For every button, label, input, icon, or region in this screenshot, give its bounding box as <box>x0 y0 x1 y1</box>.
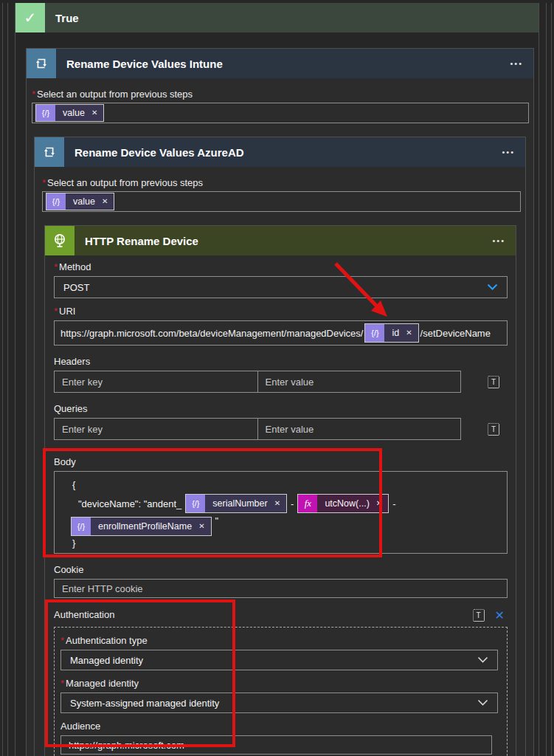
body-line-close: } <box>72 537 498 549</box>
azuread-output-input[interactable]: {/} value ✕ <box>42 191 521 212</box>
apply-to-each-intune-card: Rename Device Values Intune ••• *Select … <box>26 48 534 756</box>
queries-label: Queries <box>54 403 514 415</box>
http-rename-device-card: HTTP Rename Device ••• *Method POST <box>44 225 516 756</box>
managed-identity-label-text: Managed identity <box>66 678 139 689</box>
body-line-profile: {/} enrollmentProfileName ✕ " <box>71 517 498 536</box>
method-label: *Method <box>54 261 514 273</box>
switch-to-text-mode-icon[interactable]: T <box>473 609 485 622</box>
method-label-text: Method <box>59 261 91 272</box>
token-label: id <box>392 324 399 342</box>
http-action-header[interactable]: HTTP Rename Device ••• <box>45 226 516 255</box>
intune-loop-title: Rename Device Values Intune <box>56 58 510 70</box>
value-token[interactable]: {/} value ✕ <box>46 193 114 210</box>
enrollmentprofilename-token[interactable]: {/} enrollmentProfileName ✕ <box>71 517 212 536</box>
http-action-title: HTTP Rename Device <box>75 235 492 247</box>
azuread-loop-body: *Select an output from previous steps {/… <box>35 177 525 756</box>
queries-value-cell[interactable] <box>257 419 461 439</box>
remove-authentication-icon[interactable]: ✕ <box>495 608 505 622</box>
value-token[interactable]: {/} value ✕ <box>35 104 104 122</box>
chevron-down-icon <box>477 699 488 707</box>
id-token[interactable]: {/} id ✕ <box>364 323 418 343</box>
token-label: utcNow(...) <box>325 495 369 512</box>
azuread-output-label: *Select an output from previous steps <box>42 177 521 189</box>
body-input[interactable]: { "deviceName": "andent_ {/} serialNumbe… <box>54 471 508 554</box>
uri-prefix-text: https://graph.microsoft.com/beta/deviceM… <box>60 328 363 339</box>
authentication-row: Authentication T ✕ <box>54 608 508 622</box>
required-asterisk: * <box>32 89 35 100</box>
body-label: Body <box>54 456 514 468</box>
intune-output-input[interactable]: {/} value ✕ <box>32 103 529 123</box>
audience-input[interactable] <box>69 740 484 751</box>
audience-label: Audience <box>60 721 498 732</box>
headers-value-cell[interactable] <box>257 371 461 392</box>
managed-identity-value: System-assigned managed identity <box>70 698 219 709</box>
cookie-input-box[interactable] <box>54 579 508 598</box>
body-line-open: { <box>72 479 498 490</box>
uri-label-text: URI <box>59 306 75 317</box>
utcnow-expression-token[interactable]: fx utcNow(...) ✕ <box>297 494 389 513</box>
flow-editor-canvas: ✓ True <box>0 0 554 756</box>
intune-loop-header[interactable]: Rename Device Values Intune ••• <box>27 49 533 78</box>
headers-key-input[interactable] <box>62 377 250 388</box>
switch-to-text-mode-icon[interactable]: T <box>488 376 499 388</box>
headers-row-wrap: T <box>54 371 514 393</box>
headers-key-cell[interactable] <box>55 371 257 392</box>
authentication-label: Authentication <box>54 609 114 621</box>
chevron-down-icon <box>477 656 488 664</box>
method-select[interactable]: POST <box>54 276 508 298</box>
queries-key-input[interactable] <box>62 424 250 435</box>
headers-value-input[interactable] <box>266 377 454 388</box>
body-close-brace: } <box>72 537 75 549</box>
body-text: "deviceName": "andent_ <box>78 498 181 509</box>
http-menu-button[interactable]: ••• <box>492 236 516 245</box>
apply-to-each-icon <box>27 49 56 78</box>
required-asterisk: * <box>54 306 58 317</box>
managed-identity-select[interactable]: System-assigned managed identity <box>60 693 498 713</box>
intune-loop-menu-button[interactable]: ••• <box>510 59 533 68</box>
azuread-loop-menu-button[interactable]: ••• <box>502 148 525 157</box>
serialnumber-token[interactable]: {/} serialNumber ✕ <box>185 494 287 513</box>
token-remove-icon[interactable]: ✕ <box>102 193 108 210</box>
true-branch-header[interactable]: ✓ True <box>15 3 539 32</box>
azuread-output-label-text: Select an output from previous steps <box>47 177 203 188</box>
switch-to-text-mode-icon[interactable]: T <box>488 423 499 436</box>
queries-kv-row <box>54 418 461 440</box>
token-remove-icon[interactable]: ✕ <box>376 495 382 512</box>
http-globe-icon <box>45 226 75 255</box>
chevron-down-icon <box>487 284 498 291</box>
condition-check-icon: ✓ <box>15 3 45 32</box>
true-branch-title: True <box>45 12 539 24</box>
azuread-loop-header[interactable]: Rename Device Values AzureAD ••• <box>35 137 525 167</box>
true-branch-content: Rename Device Values Intune ••• *Select … <box>15 32 539 756</box>
body-separator: - <box>291 498 294 509</box>
required-asterisk: * <box>60 678 64 689</box>
dynamic-content-icon: {/} <box>36 105 55 121</box>
token-label: serialNumber <box>212 495 267 512</box>
token-remove-icon[interactable]: ✕ <box>406 324 412 342</box>
expression-fx-icon: fx <box>298 495 317 512</box>
queries-key-cell[interactable] <box>55 419 257 439</box>
required-asterisk: * <box>60 635 64 646</box>
cookie-input[interactable] <box>62 583 499 594</box>
token-label: value <box>63 105 85 121</box>
intune-loop-body: *Select an output from previous steps {/… <box>27 89 533 756</box>
body-separator: - <box>392 498 395 509</box>
auth-type-label-text: Authentication type <box>66 635 148 646</box>
queries-value-input[interactable] <box>266 424 454 435</box>
queries-row-wrap: T <box>54 418 514 440</box>
http-action-body: *Method POST *URI <box>45 261 516 756</box>
body-line-devicename: "deviceName": "andent_ {/} serialNumber … <box>78 494 498 513</box>
method-value: POST <box>63 282 89 293</box>
token-remove-icon[interactable]: ✕ <box>274 495 280 512</box>
auth-type-select[interactable]: Managed identity <box>60 650 498 670</box>
token-remove-icon[interactable]: ✕ <box>198 518 204 535</box>
token-label: value <box>73 193 95 210</box>
token-remove-icon[interactable]: ✕ <box>91 105 97 121</box>
body-close-quote: " <box>215 517 219 526</box>
authentication-group: *Authentication type Managed identity *M… <box>54 627 508 756</box>
audience-input-box[interactable] <box>60 735 492 755</box>
required-asterisk: * <box>54 261 58 272</box>
cookie-label: Cookie <box>54 564 514 576</box>
uri-input[interactable]: https://graph.microsoft.com/beta/deviceM… <box>54 320 508 346</box>
apply-to-each-icon <box>35 137 64 167</box>
